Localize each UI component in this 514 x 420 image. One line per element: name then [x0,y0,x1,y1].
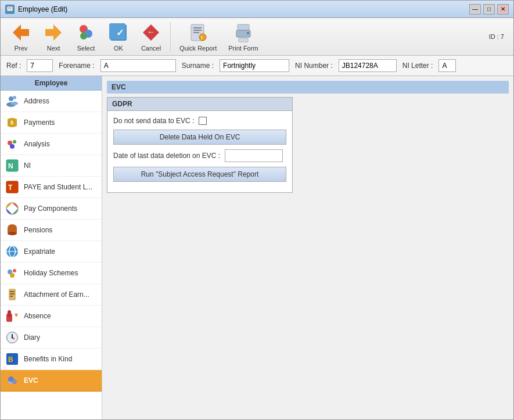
close-button[interactable]: ✕ [497,4,509,15]
forename-input[interactable] [100,59,176,72]
sidebar-item-payments[interactable]: $ Payments [1,112,102,134]
svg-rect-15 [193,30,202,31]
sidebar-item-expatriate[interactable]: Expatriate [1,241,102,263]
svg-point-51 [8,310,11,314]
print-form-icon [233,22,254,43]
svg-rect-21 [239,38,248,42]
svg-point-38 [8,232,17,235]
toolbar: Prev Next Select ✓ OK [1,18,513,56]
next-icon [43,22,64,43]
sidebar-item-ni[interactable]: N NI [1,155,102,177]
svg-marker-3 [13,24,29,41]
ok-button[interactable]: ✓ OK [103,19,134,55]
benefits-icon: B [5,352,19,366]
sidebar-item-holiday-label: Holiday Schemes [24,269,78,277]
pay-components-icon [5,202,19,216]
attachment-icon [5,288,19,301]
svg-point-61 [12,379,17,384]
svg-point-26 [11,102,18,105]
svg-point-44 [10,273,15,278]
date-label: Date of last data deletion on EVC : [113,152,220,160]
main-content: Employee Address $ Payments [1,76,513,419]
record-id: ID : 7 [489,33,509,40]
paye-icon: T [5,180,19,194]
expatriate-icon [5,245,19,259]
sidebar-item-pay-components[interactable]: Pay Components [1,198,102,220]
date-input[interactable] [225,149,283,162]
subject-access-button[interactable]: Run "Subject Access Request" Report [113,167,286,182]
cancel-button[interactable]: ← Cancel [135,19,167,55]
cancel-icon: ← [141,22,161,43]
holiday-icon [5,266,19,280]
ni-letter-input[interactable] [438,59,456,72]
ni-icon: N [5,159,19,173]
svg-point-7 [80,33,87,40]
do-not-send-checkbox[interactable] [199,117,207,125]
surname-label: Surname : [182,62,214,70]
ref-label: Ref : [6,62,21,70]
ni-number-input[interactable] [339,59,397,72]
svg-text:←: ← [147,27,155,37]
sidebar-item-expatriate-label: Expatriate [24,247,55,256]
sidebar-item-attachment-label: Attachment of Earn... [24,290,89,299]
pensions-icon [5,223,19,237]
do-not-send-label: Do not send data to EVC : [113,117,194,125]
svg-text:!: ! [201,35,203,41]
sidebar-item-pay-components-label: Pay Components [24,204,77,213]
select-label: Select [77,45,95,52]
sidebar-item-benefits-label: Benefits in Kind [24,355,72,363]
surname-input[interactable] [220,59,289,72]
svg-text:N: N [8,162,13,170]
print-form-label: Print Form [228,45,258,52]
sidebar-item-analysis[interactable]: Analysis [1,134,102,155]
ok-icon: ✓ [108,22,129,43]
svg-text:T: T [8,184,13,192]
svg-rect-46 [10,291,15,292]
next-label: Next [47,45,60,52]
delete-data-button[interactable]: Delete Data Held On EVC [113,130,286,145]
svg-point-22 [247,32,249,34]
cancel-label: Cancel [141,45,161,52]
svg-rect-16 [193,32,199,33]
svg-rect-48 [10,296,13,297]
sidebar-item-evc-label: EVC [24,376,38,385]
sidebar-item-pensions[interactable]: Pensions [1,220,102,241]
sidebar: Employee Address $ Payments [1,76,102,419]
sidebar-item-holiday[interactable]: Holiday Schemes [1,263,102,284]
svg-point-29 [13,140,16,143]
sidebar-item-address[interactable]: Address [1,91,102,112]
prev-button[interactable]: Prev [5,19,37,55]
svg-text:✓: ✓ [116,28,124,38]
print-form-button[interactable]: Print Form [223,19,263,55]
next-button[interactable]: Next [38,19,69,55]
select-icon [76,22,96,43]
sidebar-item-diary[interactable]: Diary [1,327,102,349]
title-bar: Employee (Edit) — □ ✕ [1,1,513,18]
maximize-button[interactable]: □ [483,4,495,15]
svg-point-62 [8,381,12,385]
sidebar-item-evc[interactable]: EVC [1,370,102,392]
select-button[interactable]: Select [70,19,102,55]
sidebar-item-paye[interactable]: T PAYE and Student L... [1,177,102,198]
content-header: EVC [107,81,509,94]
sidebar-item-ni-label: NI [24,161,31,170]
date-row: Date of last data deletion on EVC : [113,149,286,162]
svg-marker-52 [15,314,18,317]
analysis-icon [5,137,19,151]
ref-input[interactable] [27,59,53,72]
sidebar-item-attachment[interactable]: Attachment of Earn... [1,284,102,306]
do-not-send-row: Do not send data to EVC : [113,117,286,125]
window-title: Employee (Edit) [18,5,67,13]
sidebar-item-absence[interactable]: Absence [1,306,102,327]
svg-point-23 [9,96,13,101]
sidebar-item-absence-label: Absence [24,312,51,320]
payments-icon: $ [5,116,19,130]
sidebar-item-pensions-label: Pensions [24,226,52,234]
minimize-button[interactable]: — [469,4,481,15]
quick-report-button[interactable]: ! Quick Report [174,19,222,55]
sidebar-item-diary-label: Diary [24,333,40,342]
sidebar-item-benefits[interactable]: B Benefits in Kind [1,349,102,370]
svg-point-30 [10,144,15,149]
sidebar-item-analysis-label: Analysis [24,140,50,148]
quick-report-icon: ! [188,22,209,43]
